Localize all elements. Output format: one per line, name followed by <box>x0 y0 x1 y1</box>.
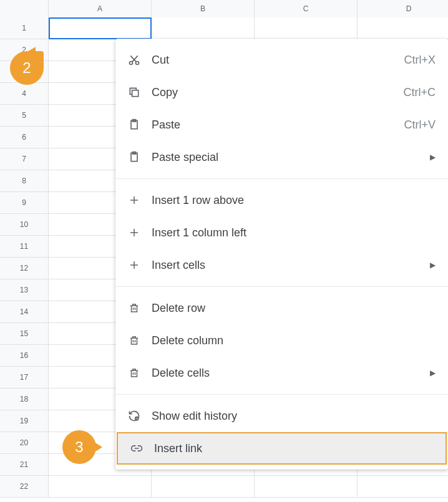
column-headers: A B C D <box>0 0 448 17</box>
row-header[interactable]: 1 <box>0 17 49 39</box>
row-header[interactable]: 5 <box>0 105 49 126</box>
row-header[interactable]: 19 <box>0 410 49 432</box>
cell[interactable] <box>49 476 152 497</box>
callout-step-2: 2 <box>10 51 44 85</box>
menu-label: Insert 1 row above <box>152 194 436 207</box>
col-header-c[interactable]: C <box>255 0 358 17</box>
row-header[interactable]: 20 <box>0 432 49 453</box>
menu-paste[interactable]: Paste Ctrl+V <box>115 109 448 141</box>
trash-icon <box>128 302 140 314</box>
menu-label: Delete column <box>152 334 436 347</box>
menu-label: Insert cells <box>152 259 430 272</box>
plus-icon <box>128 194 140 206</box>
history-icon <box>128 410 140 422</box>
menu-insert-cells[interactable]: Insert cells ▶ <box>115 249 448 281</box>
cell[interactable] <box>255 17 358 39</box>
cut-icon <box>128 54 140 66</box>
menu-label: Paste special <box>152 151 430 164</box>
row-header[interactable]: 22 <box>0 476 49 497</box>
row-header[interactable]: 4 <box>0 83 49 104</box>
cell[interactable] <box>152 476 255 497</box>
svg-rect-4 <box>132 90 139 97</box>
menu-shortcut: Ctrl+V <box>404 118 436 132</box>
row-22: 22 <box>0 476 448 498</box>
cell[interactable] <box>255 476 358 497</box>
row-header[interactable]: 7 <box>0 148 49 170</box>
menu-label: Paste <box>152 118 404 132</box>
menu-insert-link[interactable]: Insert link <box>117 432 447 465</box>
trash-icon <box>128 367 140 379</box>
row-header[interactable]: 17 <box>0 367 49 388</box>
cell[interactable] <box>49 17 152 39</box>
menu-delete-row[interactable]: Delete row <box>115 292 448 324</box>
paste-icon <box>128 118 140 131</box>
cell[interactable] <box>152 17 255 39</box>
cell[interactable] <box>358 476 448 497</box>
menu-shortcut: Ctrl+X <box>404 54 436 67</box>
select-all-corner[interactable] <box>0 0 49 17</box>
col-header-d[interactable]: D <box>358 0 448 17</box>
submenu-arrow-icon: ▶ <box>430 369 436 377</box>
plus-icon <box>128 226 140 239</box>
row-header[interactable]: 21 <box>0 454 49 475</box>
link-icon <box>130 442 143 455</box>
menu-divider <box>115 394 448 395</box>
row-header[interactable]: 12 <box>0 258 49 279</box>
context-menu: Cut Ctrl+X Copy Ctrl+C Paste Ctrl+V Past… <box>115 39 448 470</box>
menu-divider <box>115 178 448 179</box>
cell[interactable] <box>358 17 448 39</box>
menu-paste-special[interactable]: Paste special ▶ <box>115 141 448 173</box>
menu-delete-cells[interactable]: Delete cells ▶ <box>115 357 448 389</box>
menu-label: Delete row <box>152 302 436 315</box>
row-header[interactable]: 11 <box>0 236 49 257</box>
copy-icon <box>128 86 140 99</box>
svg-point-16 <box>136 417 137 418</box>
menu-label: Show edit history <box>152 410 436 423</box>
trash-icon <box>128 334 140 347</box>
menu-insert-row[interactable]: Insert 1 row above <box>115 184 448 216</box>
menu-divider <box>115 286 448 287</box>
row-1: 1 <box>0 17 448 39</box>
plus-icon <box>128 259 140 271</box>
menu-cut[interactable]: Cut Ctrl+X <box>115 44 448 76</box>
row-header[interactable]: 8 <box>0 170 49 191</box>
paste-icon <box>128 151 140 163</box>
row-header[interactable]: 15 <box>0 323 49 344</box>
col-header-b[interactable]: B <box>152 0 255 17</box>
row-header[interactable]: 10 <box>0 214 49 235</box>
row-header[interactable]: 6 <box>0 127 49 148</box>
menu-label: Cut <box>152 54 404 67</box>
callout-step-3: 3 <box>62 430 96 464</box>
row-header[interactable]: 14 <box>0 301 49 322</box>
row-header[interactable]: 9 <box>0 192 49 213</box>
menu-show-history[interactable]: Show edit history <box>115 400 448 432</box>
menu-label: Insert link <box>154 442 433 455</box>
menu-label: Copy <box>152 86 403 99</box>
submenu-arrow-icon: ▶ <box>430 261 436 269</box>
menu-label: Insert 1 column left <box>152 226 436 239</box>
row-header[interactable]: 18 <box>0 389 49 410</box>
menu-copy[interactable]: Copy Ctrl+C <box>115 76 448 109</box>
row-header[interactable]: 16 <box>0 345 49 366</box>
col-header-a[interactable]: A <box>49 0 152 17</box>
menu-insert-column[interactable]: Insert 1 column left <box>115 216 448 249</box>
submenu-arrow-icon: ▶ <box>430 153 436 162</box>
row-header[interactable]: 13 <box>0 279 49 301</box>
menu-delete-column[interactable]: Delete column <box>115 324 448 357</box>
menu-label: Delete cells <box>152 367 430 380</box>
menu-shortcut: Ctrl+C <box>403 86 436 99</box>
